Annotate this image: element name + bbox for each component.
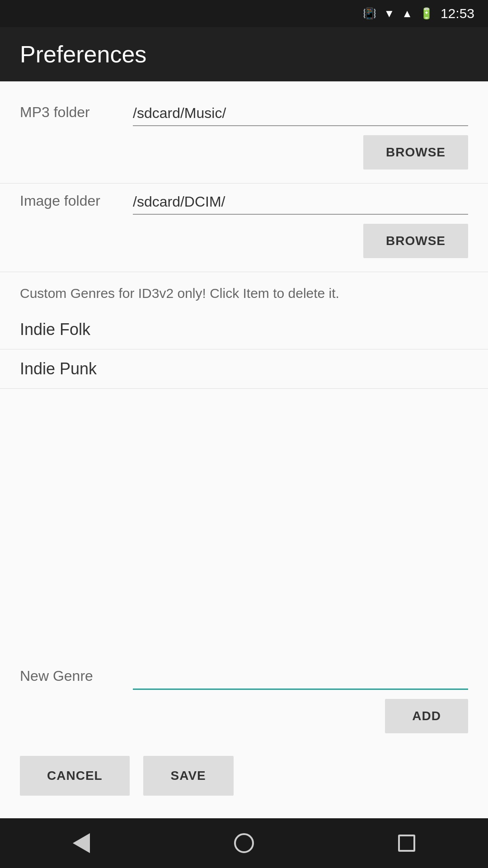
mp3-browse-button[interactable]: BROWSE — [363, 135, 468, 170]
genre-item-indie-punk[interactable]: Indie Punk — [0, 349, 488, 389]
cancel-button[interactable]: CANCEL — [20, 756, 130, 796]
content-area: MP3 folder BROWSE Image folder BROWSE Cu… — [0, 81, 488, 818]
mp3-browse-row: BROWSE — [0, 131, 488, 183]
wifi-icon: ▼ — [384, 7, 394, 20]
genres-info: Custom Genres for ID3v2 only! Click Item… — [0, 272, 488, 310]
nav-back-button[interactable] — [63, 825, 99, 861]
new-genre-input[interactable] — [133, 668, 468, 690]
nav-recents-button[interactable] — [389, 825, 425, 861]
back-icon — [73, 833, 90, 853]
home-icon — [234, 833, 254, 853]
image-browse-button[interactable]: BROWSE — [363, 224, 468, 258]
battery-icon: 🔋 — [420, 7, 433, 20]
save-button[interactable]: SAVE — [143, 756, 234, 796]
add-genre-button[interactable]: ADD — [385, 699, 468, 733]
mp3-folder-row: MP3 folder — [0, 95, 488, 131]
add-row: ADD — [0, 694, 488, 751]
nav-home-button[interactable] — [226, 825, 262, 861]
image-folder-input[interactable] — [133, 193, 468, 215]
mp3-folder-input[interactable] — [133, 105, 468, 126]
signal-icon: ▲ — [402, 7, 413, 20]
page-title: Preferences — [20, 41, 146, 67]
genre-item-indie-folk[interactable]: Indie Folk — [0, 310, 488, 349]
vibrate-icon: 📳 — [363, 7, 376, 20]
spacer — [0, 389, 488, 659]
nav-bar — [0, 818, 488, 868]
action-row: CANCEL SAVE — [0, 751, 488, 818]
new-genre-label: New Genre — [20, 668, 124, 690]
image-folder-row: Image folder — [0, 184, 488, 219]
new-genre-row: New Genre — [0, 659, 488, 694]
top-bar: Preferences — [0, 27, 488, 81]
status-time: 12:53 — [441, 6, 474, 21]
image-folder-label: Image folder — [20, 193, 124, 215]
mp3-folder-label: MP3 folder — [20, 104, 124, 126]
status-bar: 📳 ▼ ▲ 🔋 12:53 — [0, 0, 488, 27]
recents-icon — [398, 835, 415, 852]
image-browse-row: BROWSE — [0, 219, 488, 272]
